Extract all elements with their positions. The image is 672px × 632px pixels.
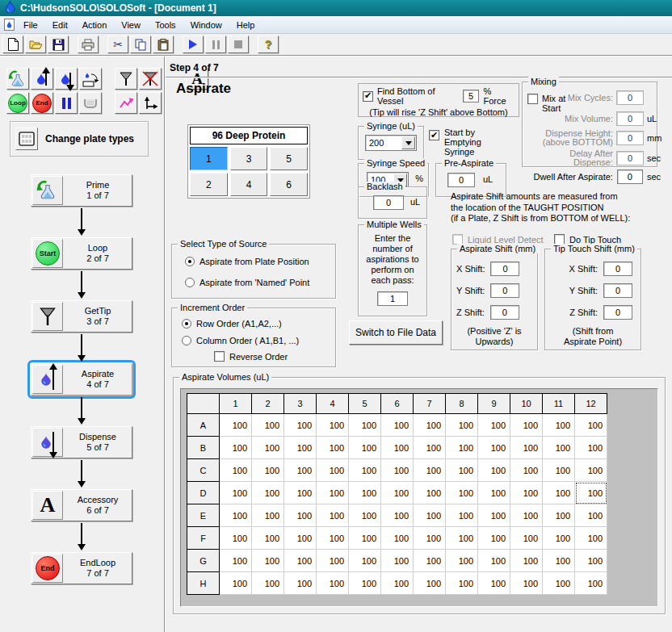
reverse-order-checkbox[interactable] (214, 351, 225, 362)
volume-cell-D8[interactable]: 100 (446, 482, 478, 504)
volume-cell-B2[interactable]: 100 (252, 437, 284, 459)
volume-cell-G6[interactable]: 100 (381, 550, 414, 572)
volume-cell-E3[interactable]: 100 (284, 504, 317, 527)
menu-action[interactable]: Action (75, 18, 115, 32)
aspirate-z-shift-input[interactable]: 0 (490, 305, 519, 320)
volume-cell-A11[interactable]: 100 (543, 414, 575, 437)
volume-cell-A1[interactable]: 100 (220, 414, 252, 437)
volume-cell-G9[interactable]: 100 (478, 550, 510, 572)
volume-cell-B11[interactable]: 100 (543, 437, 575, 459)
dispense-tool-button[interactable] (55, 68, 78, 90)
volume-cell-A7[interactable]: 100 (414, 414, 446, 437)
volume-cell-C4[interactable]: 100 (317, 459, 349, 482)
volume-cell-E2[interactable]: 100 (252, 504, 284, 527)
volume-cell-C7[interactable]: 100 (414, 459, 446, 482)
volume-cell-A3[interactable]: 100 (284, 414, 317, 437)
pre-aspirate-input[interactable]: 0 (447, 173, 475, 187)
stop-button[interactable] (228, 36, 249, 53)
volume-cell-D5[interactable]: 100 (349, 482, 381, 504)
volume-cell-F12[interactable]: 100 (575, 527, 607, 550)
volume-cell-H2[interactable]: 100 (252, 572, 284, 595)
volume-cell-B10[interactable]: 100 (510, 437, 543, 459)
volume-cell-D4[interactable]: 100 (317, 482, 349, 504)
volume-cell-F5[interactable]: 100 (349, 527, 381, 550)
volume-cell-G10[interactable]: 100 (510, 550, 543, 572)
volume-cell-A8[interactable]: 100 (446, 414, 478, 437)
volume-cell-F9[interactable]: 100 (478, 527, 510, 550)
help-button[interactable]: ? (258, 36, 279, 53)
volume-cell-G1[interactable]: 100 (220, 550, 252, 572)
multiple-wells-input[interactable]: 1 (377, 291, 408, 306)
step-dispense[interactable]: Dispense5 of 7 (31, 426, 132, 458)
volume-cell-B8[interactable]: 100 (446, 437, 478, 459)
move-axis-tool-button[interactable] (139, 92, 162, 114)
change-plate-types-button[interactable]: Change plate types (10, 121, 149, 157)
step-loop[interactable]: Start Loop2 of 7 (31, 237, 132, 270)
aspirate-y-shift-input[interactable]: 0 (490, 283, 519, 298)
plate-position-4[interactable]: 4 (230, 173, 268, 196)
volume-cell-E10[interactable]: 100 (510, 504, 543, 527)
menu-edit[interactable]: Edit (45, 18, 75, 32)
prime-tool-button[interactable] (6, 68, 29, 90)
volume-cell-G3[interactable]: 100 (284, 550, 317, 572)
pause-button[interactable] (205, 36, 226, 53)
wash-tool-button[interactable] (79, 92, 102, 114)
shuck-tip-tool-button[interactable] (139, 68, 162, 90)
volume-cell-H5[interactable]: 100 (349, 572, 381, 595)
find-bottom-checkbox[interactable] (363, 91, 373, 102)
plate-position-1[interactable]: 1 (190, 147, 228, 170)
volume-cell-B12[interactable]: 100 (575, 437, 607, 459)
dwell-input[interactable]: 0 (617, 170, 643, 184)
volume-cell-H11[interactable]: 100 (543, 572, 575, 595)
step-aspirate[interactable]: Aspirate4 of 7 (31, 363, 132, 396)
volume-cell-D9[interactable]: 100 (478, 482, 510, 504)
volume-cell-B3[interactable]: 100 (284, 437, 317, 459)
volume-cell-C10[interactable]: 100 (510, 459, 543, 482)
plate-position-2[interactable]: 2 (190, 173, 228, 196)
volume-cell-C2[interactable]: 100 (252, 459, 284, 482)
volume-cell-A6[interactable]: 100 (381, 414, 414, 437)
volume-cell-E8[interactable]: 100 (446, 504, 478, 527)
volume-cell-G11[interactable]: 100 (543, 550, 575, 572)
volume-cell-H7[interactable]: 100 (414, 572, 446, 595)
volume-cell-D10[interactable]: 100 (510, 482, 543, 504)
volume-cell-C9[interactable]: 100 (478, 459, 510, 482)
volume-cell-D7[interactable]: 100 (414, 482, 446, 504)
volume-cell-C5[interactable]: 100 (349, 459, 381, 482)
volume-cell-C6[interactable]: 100 (381, 459, 414, 482)
start-empty-checkbox[interactable] (429, 130, 439, 140)
save-button[interactable] (48, 36, 69, 53)
volume-cell-H8[interactable]: 100 (446, 572, 478, 595)
pause-step-tool-button[interactable] (55, 92, 78, 114)
volume-cell-E9[interactable]: 100 (478, 504, 510, 527)
document-icon[interactable] (4, 19, 15, 31)
volume-cell-D11[interactable]: 100 (543, 482, 575, 504)
volume-cell-F10[interactable]: 100 (510, 527, 543, 550)
volume-cell-F11[interactable]: 100 (543, 527, 575, 550)
volume-cell-C8[interactable]: 100 (446, 459, 478, 482)
volume-cell-B4[interactable]: 100 (317, 437, 349, 459)
step-gettip[interactable]: GetTip3 of 7 (31, 300, 132, 333)
aspirate-tool-button[interactable] (31, 68, 53, 90)
step-endloop[interactable]: End EndLoop7 of 7 (31, 552, 132, 584)
volume-cell-H6[interactable]: 100 (381, 572, 414, 595)
volume-cell-E12[interactable]: 100 (575, 504, 607, 527)
copy-button[interactable] (130, 36, 151, 53)
volume-cell-D6[interactable]: 100 (381, 482, 414, 504)
run-button[interactable] (183, 36, 204, 53)
plate-position-3[interactable]: 3 (230, 147, 268, 170)
volume-cell-B6[interactable]: 100 (381, 437, 414, 459)
volume-cell-G4[interactable]: 100 (317, 550, 349, 572)
volume-cell-F2[interactable]: 100 (252, 527, 284, 550)
volume-cell-H10[interactable]: 100 (510, 572, 543, 595)
menu-file[interactable]: File (16, 18, 45, 32)
volume-cell-G2[interactable]: 100 (252, 550, 284, 572)
volume-cell-G12[interactable]: 100 (575, 550, 607, 572)
cut-button[interactable]: ✂ (107, 36, 128, 53)
new-document-button[interactable] (2, 36, 23, 53)
step-accessory[interactable]: A Accessory6 of 7 (31, 489, 132, 521)
open-button[interactable] (25, 36, 46, 53)
loop-end-tool-button[interactable]: End (31, 92, 53, 114)
volume-cell-C11[interactable]: 100 (543, 459, 575, 482)
volume-cell-E1[interactable]: 100 (220, 504, 252, 527)
